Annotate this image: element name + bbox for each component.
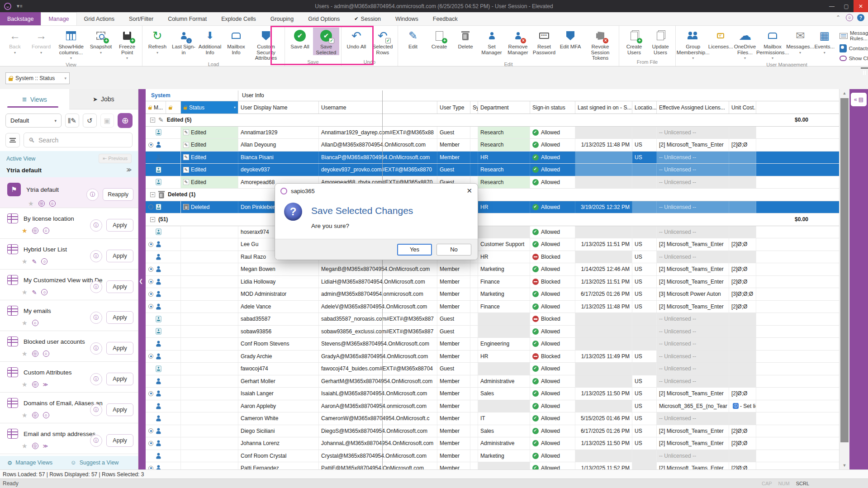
table-row[interactable]: ✎EditedBianca PisaniBiancaP@M365x8870495… <box>146 152 839 164</box>
save-selected-button[interactable]: ✔✔Save Selected <box>313 28 339 55</box>
table-row[interactable]: Aaron ApplebyAaronA@M365x88704954.onmicr… <box>146 400 839 413</box>
refresh-button[interactable]: ↻Refresh▾ <box>144 28 171 56</box>
set-manager-button[interactable]: Set Manager <box>479 28 505 55</box>
view-info-button[interactable]: ⓘ <box>90 404 102 416</box>
table-row[interactable]: sobaw93856sobaw93856_exclussi.com#EXT#@M… <box>146 326 839 338</box>
reset-view-button[interactable]: ↺ <box>83 114 97 128</box>
table-row[interactable]: Diego SicilianiDiegoS@M365x88704954.OnMi… <box>146 425 839 438</box>
messages--button[interactable]: ✉Messages...▾ <box>788 28 812 56</box>
ribbon-tab-backstage[interactable]: Backstage <box>0 12 41 25</box>
table-row[interactable]: Patti FernandezPattiF@M365x88704954.OnMi… <box>146 462 839 469</box>
create-users-button[interactable]: +Create Users <box>621 28 647 55</box>
ribbon-tab-column-format[interactable]: Column Format <box>161 12 214 25</box>
manage-views-link[interactable]: ⚙︎Manage Views <box>7 460 52 466</box>
table-row[interactable]: Adele VanceAdeleV@M365x88704954.OnMicros… <box>146 301 839 313</box>
ribbon-tab-windows[interactable]: Windows <box>388 12 426 25</box>
view-info-button[interactable]: ⓘ <box>90 219 102 232</box>
sidebar-grid-divider[interactable]: ❮ <box>138 89 146 469</box>
view-card-by-license-location[interactable]: By license location★ⓦ☺ⓘApply <box>0 208 138 239</box>
additional-info-button[interactable]: ⬇Additional Info <box>197 28 223 55</box>
table-row[interactable]: Cameron WhiteCameronW@M365x88704954.OnMi… <box>146 412 839 425</box>
table-row[interactable]: Grady ArchieGradyA@M365x88704954.OnMicro… <box>146 351 839 363</box>
help-icon[interactable]: ? <box>857 14 864 21</box>
favorite-star-icon[interactable]: ★ <box>28 200 34 207</box>
view-info-button[interactable]: ⓘ <box>90 250 102 262</box>
mailbox-info-button[interactable]: Mailbox Info <box>223 28 249 55</box>
favorite-star-icon[interactable]: ★ <box>22 258 28 265</box>
apply-view-button[interactable]: Apply <box>106 280 133 293</box>
favorite-star-icon[interactable]: ★ <box>22 381 28 388</box>
column-header-department[interactable]: Department <box>478 101 530 114</box>
column-header-location[interactable]: Locatio... <box>632 101 657 114</box>
revoke-session-tokens-button[interactable]: ×Revoke Session Tokens <box>583 28 617 61</box>
ribbon-pin-icon[interactable]: ⌃ <box>835 14 842 21</box>
message-rules--button[interactable]: Message Rules...▾ <box>840 30 868 41</box>
vertical-scrollbar[interactable]: ▲ ▼ <box>839 89 849 469</box>
ribbon-tab-grouping[interactable]: Grouping <box>263 12 301 25</box>
apply-view-button[interactable]: Apply <box>106 250 133 262</box>
column-header-user-display-name[interactable]: User Display Name <box>238 101 319 114</box>
table-row[interactable]: ✎EditedAmorepead68Amorepead68_rhyta.com#… <box>146 176 839 189</box>
group-row-deleted[interactable]: −Deleted (1) <box>146 189 839 201</box>
dialog-close-icon[interactable]: ✕ <box>466 187 472 195</box>
delete-button[interactable]: Delete <box>452 28 479 50</box>
view-card-email-and-smtp-addresses[interactable]: Email and smtp addresses★ⓦ≫ⓘApply <box>0 423 138 454</box>
selected-rows-button[interactable]: ↶✔Selected Rows <box>370 28 396 55</box>
view-card-my-emails[interactable]: My emails★☺ⓘApply <box>0 300 138 331</box>
column-header-last-signed-in[interactable]: Last signed in on - S... <box>575 101 632 114</box>
add-view-button[interactable]: ⊕ <box>118 113 133 128</box>
tab-jobs[interactable]: ➤ Jobs <box>69 89 138 109</box>
apply-view-button[interactable]: Apply <box>106 403 133 416</box>
maximize-button[interactable]: ▢ <box>839 0 854 12</box>
save-all-button[interactable]: ✔Save All <box>287 28 313 50</box>
contacts--button[interactable]: Contacts...▾ <box>840 44 868 52</box>
table-row[interactable]: ✎Editeddeyokev937deyokev937_provko.com#E… <box>146 164 839 176</box>
back-button[interactable]: ←Back▾ <box>2 28 28 56</box>
events--button[interactable]: ▦Events...▾ <box>812 28 837 56</box>
view-info-button[interactable]: ⓘ <box>90 312 102 324</box>
edit-mfa-button[interactable]: Edit MFA <box>557 28 583 50</box>
view-card-hybrid-user-list[interactable]: Hybrid User List★✎☺ⓘApply <box>0 239 138 270</box>
filter-views-button[interactable] <box>5 133 20 147</box>
reset-password-button[interactable]: ***Reset Password <box>531 28 557 55</box>
band-header-system[interactable]: System <box>146 90 238 101</box>
collapse-group-icon[interactable]: − <box>150 217 155 222</box>
view-card-ytria-default[interactable]: ⚑Ytria default★ⓦ☺ⓘReapply <box>0 177 138 208</box>
favorite-star-icon[interactable]: ★ <box>22 350 28 357</box>
table-row[interactable]: Lee GuCustomer SupportAllowed1/13/2025 1… <box>146 238 839 251</box>
create-button[interactable]: +Create <box>426 28 452 50</box>
ribbon-tab-grid-options[interactable]: Grid Options <box>301 12 347 25</box>
table-row[interactable]: sabad35587sabad35587_noroasis.com#EXT#@M… <box>146 313 839 326</box>
table-row[interactable]: DeletedDon PinkleberHRAllowed3/19/2025 1… <box>146 201 839 214</box>
table-row[interactable]: Lidia HollowayLidiaH@M365x88704954.OnMic… <box>146 276 839 289</box>
column-header-status[interactable]: Status▾ <box>181 101 238 114</box>
snapshot-button[interactable]: +Snapshot▾ <box>88 28 114 56</box>
apply-view-button[interactable]: Apply <box>106 219 133 232</box>
table-row[interactable]: Conf Room CrystalCrystal@M365x88704954.O… <box>146 450 839 463</box>
apply-view-button[interactable]: Apply <box>106 311 133 324</box>
view-card-blocked-user-accounts[interactable]: Blocked user accounts★ⓦ☺ⓘApply <box>0 331 138 362</box>
favorite-star-icon[interactable]: ★ <box>22 319 28 327</box>
table-row[interactable]: Conf Room StevensStevens@M365x88704954.O… <box>146 338 839 351</box>
table-row[interactable]: Megan BowenMeganB@M365x88704954.OnMicros… <box>146 263 839 276</box>
ribbon-tab-explode-cells[interactable]: Explode Cells <box>214 12 263 25</box>
remove-manager-button[interactable]: ×Remove Manager <box>505 28 531 55</box>
column-header-user-type[interactable]: User Type <box>437 101 470 114</box>
ribbon-tab-session[interactable]: ✔Session <box>347 12 388 25</box>
expand-right-panel-button[interactable]: «▤ <box>851 93 867 106</box>
favorite-star-icon[interactable]: ★ <box>22 227 28 234</box>
view-scope-dropdown[interactable]: Default▾ <box>5 114 62 128</box>
view-info-button[interactable]: ⓘ <box>86 189 99 201</box>
view-info-button[interactable]: ⓘ <box>90 342 102 355</box>
apply-view-button[interactable]: Apply <box>106 434 133 447</box>
ribbon-tab-sort-filter[interactable]: Sort/Filter <box>122 12 161 25</box>
scroll-up-icon[interactable]: ▲ <box>840 89 849 97</box>
group-row-edited[interactable]: −✎Edited (5)$0.00 <box>146 114 839 127</box>
table-row[interactable]: ✎EditedAllan DeyoungAllanD@M365x88704954… <box>146 139 839 152</box>
freeze-point-button[interactable]: +Freeze Point▾ <box>114 28 140 62</box>
right-collapsed-panel[interactable]: «▤ <box>849 89 868 469</box>
apply-view-button[interactable]: Apply <box>106 342 133 355</box>
mailbox-permissions--button[interactable]: Mailbox Permissions...▾ <box>757 28 788 62</box>
search-input[interactable]: 🔍︎ Search <box>24 133 133 147</box>
collapse-chevrons-icon[interactable]: ≫ <box>126 167 132 174</box>
